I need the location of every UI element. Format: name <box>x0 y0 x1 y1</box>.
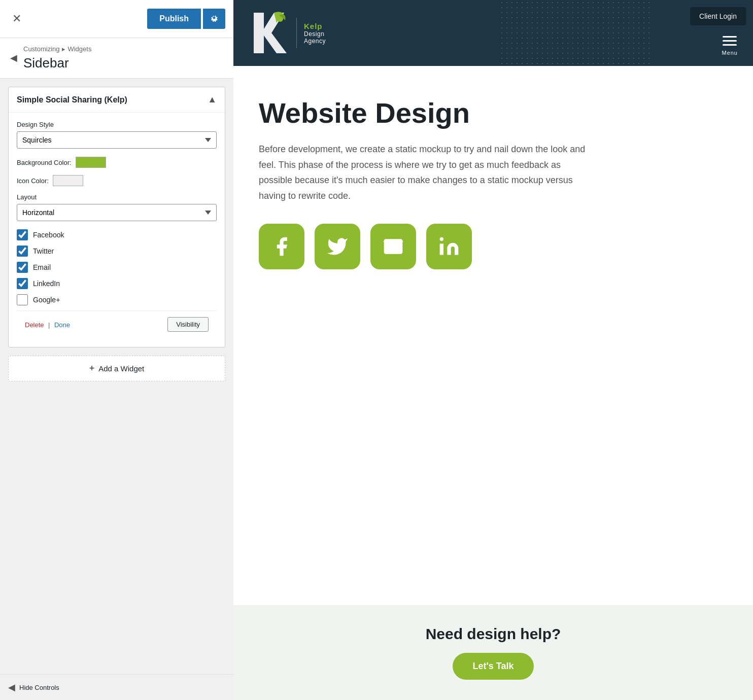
bottom-cta-title: Need design help? <box>259 625 728 643</box>
header-dotted-bg <box>499 0 652 66</box>
design-style-select[interactable]: Squircles Circles Squares Rounded Square… <box>17 131 217 149</box>
linkedin-share-icon[interactable] <box>426 224 472 269</box>
design-style-label: Design Style <box>17 121 217 128</box>
design-style-group: Design Style Squircles Circles Squares R… <box>17 121 217 149</box>
hamburger-icon <box>723 36 737 46</box>
widget-footer-links: Delete | Done <box>25 320 70 329</box>
twitter-svg <box>326 235 349 258</box>
widget-footer: Delete | Done Visibility <box>17 310 217 339</box>
client-login-button[interactable]: Client Login <box>690 7 746 25</box>
widget-section: Simple Social Sharing (Kelp) ▲ Design St… <box>8 87 225 347</box>
email-share-icon[interactable] <box>370 224 416 269</box>
email-svg <box>382 235 404 258</box>
kelp-logo-icon <box>249 8 289 58</box>
google-plus-checkbox[interactable] <box>17 294 28 305</box>
pipe-separator: | <box>48 321 50 329</box>
linkedin-svg <box>438 235 460 258</box>
breadcrumb-path: Customizing <box>23 45 60 53</box>
done-link[interactable]: Done <box>54 321 70 329</box>
svg-point-3 <box>440 237 443 241</box>
layout-group: Layout Horizontal Vertical <box>17 193 217 221</box>
facebook-share-icon[interactable] <box>259 224 304 269</box>
logo-text: Kelp Design Agency <box>304 22 326 45</box>
top-bar: ✕ Publish <box>0 0 233 38</box>
back-button[interactable]: ◀ <box>8 50 19 65</box>
lets-talk-button[interactable]: Let's Talk <box>453 653 534 680</box>
customizer-panel: ✕ Publish ◀ Customizing ▸ Widgets Sideba… <box>0 0 233 700</box>
breadcrumb-separator: ▸ <box>62 45 65 53</box>
settings-button[interactable] <box>203 9 225 29</box>
widget-header[interactable]: Simple Social Sharing (Kelp) ▲ <box>9 87 225 113</box>
twitter-checkbox[interactable] <box>17 246 28 257</box>
bg-color-label: Background Color: <box>17 159 72 166</box>
publish-area: Publish <box>147 9 225 29</box>
layout-select[interactable]: Horizontal Vertical <box>17 204 217 221</box>
svg-rect-2 <box>440 244 443 255</box>
checkbox-linkedin: LinkedIn <box>17 278 217 289</box>
layout-label: Layout <box>17 193 217 201</box>
chevron-up-icon: ▲ <box>208 94 217 105</box>
breadcrumb-area: ◀ Customizing ▸ Widgets Sidebar <box>0 38 233 79</box>
hide-controls-bar[interactable]: ◀ Hide Controls <box>0 674 233 700</box>
social-icons-row <box>259 224 728 269</box>
linkedin-checkbox[interactable] <box>17 278 28 289</box>
menu-button[interactable]: Menu <box>722 36 738 56</box>
icon-color-swatch[interactable] <box>53 175 83 186</box>
logo-divider <box>296 18 297 48</box>
checkbox-twitter: Twitter <box>17 246 217 257</box>
site-header: Client Login Kelp Design Agenc <box>233 0 753 66</box>
add-widget-button[interactable]: + Add a Widget <box>8 356 225 381</box>
delete-link[interactable]: Delete <box>25 321 44 329</box>
twitter-label: Twitter <box>33 247 54 255</box>
publish-button[interactable]: Publish <box>147 9 201 29</box>
breadcrumb-title: Sidebar <box>23 55 91 71</box>
widget-body: Design Style Squircles Circles Squares R… <box>9 113 225 347</box>
logo-area: Kelp Design Agency <box>249 8 326 58</box>
checkbox-facebook: Facebook <box>17 229 217 240</box>
hide-controls-arrow-icon: ◀ <box>8 682 15 693</box>
page-title: Website Design <box>259 96 728 129</box>
add-widget-plus-icon: + <box>89 363 95 374</box>
main-content: Website Design Before development, we cr… <box>233 66 753 605</box>
icon-color-label: Icon Color: <box>17 177 49 185</box>
icon-color-row: Icon Color: <box>17 175 217 186</box>
bg-color-row: Background Color: <box>17 157 217 168</box>
bg-color-swatch[interactable] <box>76 157 106 168</box>
email-checkbox[interactable] <box>17 262 28 273</box>
breadcrumb-info: Customizing ▸ Widgets Sidebar <box>23 44 91 71</box>
add-widget-label: Add a Widget <box>98 364 144 373</box>
twitter-share-icon[interactable] <box>315 224 360 269</box>
hide-controls-label: Hide Controls <box>19 684 59 691</box>
visibility-button[interactable]: Visibility <box>167 317 209 332</box>
breadcrumb-sub: Widgets <box>67 45 91 53</box>
bottom-cta-section: Need design help? Let's Talk <box>233 605 753 700</box>
gear-icon <box>210 14 218 22</box>
checkbox-email: Email <box>17 262 217 273</box>
checkbox-google-plus: Google+ <box>17 294 217 305</box>
facebook-checkbox[interactable] <box>17 229 28 240</box>
google-plus-label: Google+ <box>33 296 60 304</box>
linkedin-label: LinkedIn <box>33 279 60 288</box>
page-description: Before development, we create a static m… <box>259 142 589 203</box>
facebook-svg <box>270 235 293 258</box>
close-button[interactable]: ✕ <box>8 8 25 29</box>
facebook-label: Facebook <box>33 231 64 239</box>
widget-title: Simple Social Sharing (Kelp) <box>17 95 127 104</box>
site-preview: Client Login Kelp Design Agenc <box>233 0 753 700</box>
email-label: Email <box>33 263 51 271</box>
menu-label: Menu <box>722 50 738 56</box>
